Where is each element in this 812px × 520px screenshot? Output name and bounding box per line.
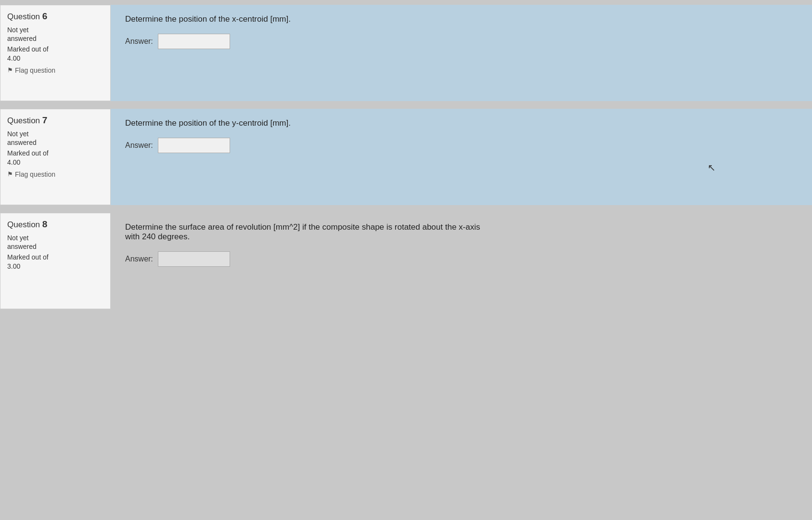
question-6-text: Determine the position of the x-centroid… — [125, 14, 798, 24]
question-6-answer-label: Answer: — [125, 37, 153, 46]
question-8-answer-row: Answer: — [125, 251, 798, 267]
page-container: Question 6 Not yetanswered Marked out of… — [0, 0, 812, 314]
question-8-marks: Marked out of3.00 — [7, 253, 103, 270]
cursor-icon: ↖ — [708, 162, 716, 173]
question-7-answer-row: Answer: — [125, 138, 798, 153]
question-7-sidebar: Question 7 Not yetanswered Marked out of… — [0, 109, 111, 205]
question-8-answer-input[interactable] — [158, 251, 230, 267]
question-8-status: Not yetanswered — [7, 234, 103, 251]
question-6-number: Question 6 — [7, 11, 103, 22]
question-7-flag[interactable]: ⚑ Flag question — [7, 170, 103, 178]
question-8-content: Determine the surface area of revolution… — [111, 213, 812, 309]
question-7-text: Determine the position of the y-centroid… — [125, 118, 798, 128]
question-7-status: Not yetanswered — [7, 130, 103, 147]
question-6-block: Question 6 Not yetanswered Marked out of… — [0, 5, 812, 101]
question-7-content: Determine the position of the y-centroid… — [111, 109, 812, 205]
question-7-block: Question 7 Not yetanswered Marked out of… — [0, 109, 812, 205]
question-8-number: Question 8 — [7, 219, 103, 230]
flag-label: Flag question — [15, 66, 55, 74]
flag-icon: ⚑ — [7, 66, 13, 74]
question-7-marks: Marked out of4.00 — [7, 149, 103, 166]
question-7-answer-label: Answer: — [125, 141, 153, 150]
question-7-answer-input[interactable] — [158, 138, 230, 153]
question-8-sidebar: Question 8 Not yetanswered Marked out of… — [0, 213, 111, 309]
question-7-number: Question 7 — [7, 115, 103, 126]
question-6-status: Not yetanswered — [7, 26, 103, 43]
question-6-answer-input[interactable] — [158, 34, 230, 49]
flag-icon-q7: ⚑ — [7, 170, 13, 178]
question-6-content: Determine the position of the x-centroid… — [111, 5, 812, 101]
question-6-flag[interactable]: ⚑ Flag question — [7, 66, 103, 74]
question-8-answer-label: Answer: — [125, 255, 153, 263]
question-6-sidebar: Question 6 Not yetanswered Marked out of… — [0, 5, 111, 101]
flag-label-q7: Flag question — [15, 170, 55, 178]
question-6-marks: Marked out of4.00 — [7, 45, 103, 62]
question-6-answer-row: Answer: — [125, 34, 798, 49]
question-8-text: Determine the surface area of revolution… — [125, 222, 798, 242]
question-8-block: Question 8 Not yetanswered Marked out of… — [0, 213, 812, 309]
